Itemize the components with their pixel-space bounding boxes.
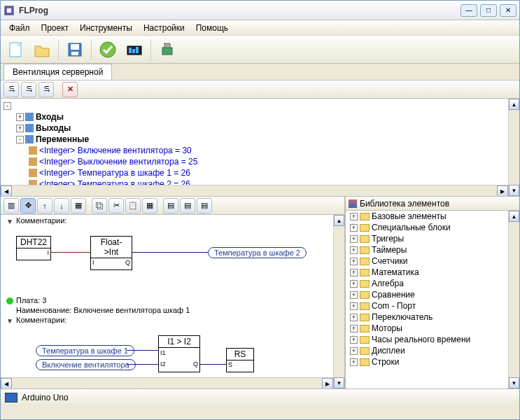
svg-rect-10	[136, 47, 139, 53]
menu-settings[interactable]: Настройки	[138, 22, 190, 34]
collapse-arrow-icon: ▼	[6, 218, 13, 225]
tree-var-temp1[interactable]: <Integer> Температура в шкафе 1 = 26	[1, 167, 519, 178]
board-chip-icon	[5, 393, 17, 402]
lib-group[interactable]: +Com - Порт	[346, 300, 519, 312]
tree-btn-3[interactable]: ⥹	[38, 82, 54, 97]
tree-var-fanoff[interactable]: <Integer> Выключение вентилятора = 25	[1, 156, 519, 167]
folder-icon	[360, 224, 370, 232]
menu-help[interactable]: Помощь	[190, 22, 234, 34]
maximize-button[interactable]: □	[480, 4, 497, 17]
cv-btn-12[interactable]: ▤	[197, 198, 212, 214]
var-fanon[interactable]: Включение вентилятора	[36, 359, 136, 370]
close-button[interactable]: ✕	[500, 4, 517, 17]
comments-label: Комментарии:	[16, 216, 66, 225]
lib-group[interactable]: +Часы реального времени	[346, 334, 519, 345]
open-file-button[interactable]	[30, 38, 54, 62]
menubar: Файл Проект Инструменты Настройки Помощь	[1, 20, 519, 36]
tree-node-inputs[interactable]: +Входы	[1, 111, 519, 122]
canvas-hscroll[interactable]: ◀▶	[1, 377, 333, 388]
lib-group[interactable]: +Базовые элементы	[346, 211, 519, 222]
block-rs[interactable]: RS S	[226, 348, 254, 372]
lib-group[interactable]: +Дисплеи	[346, 345, 519, 356]
folder-icon	[360, 291, 370, 299]
tree-var-fanon[interactable]: <Integer> Включение вентилятора = 30	[1, 145, 519, 156]
node-icon	[25, 113, 34, 121]
library-icon	[349, 200, 357, 208]
window-title: FLProg	[19, 6, 461, 15]
lib-group[interactable]: +Строки	[346, 356, 519, 368]
lib-group[interactable]: +Алгебра	[346, 278, 519, 289]
cv-btn-1[interactable]: ▥	[3, 198, 19, 214]
compile-button[interactable]	[122, 38, 146, 62]
library-tree: +Базовые элементы +Специальные блоки +Тр…	[346, 211, 519, 388]
folder-icon	[360, 314, 370, 321]
block-dht22[interactable]: DHT22 I	[16, 236, 51, 260]
library-vscroll[interactable]: ▲▼	[508, 211, 519, 388]
workspace: ▥ ✥ ↑ ↓ ▦ ⿻ ✂ 📋 ▦ ▤ ▤ ▤ ▼ Комментарии: D…	[1, 197, 519, 388]
folder-icon	[360, 258, 370, 265]
titlebar: FLProg — □ ✕	[1, 1, 519, 20]
svg-rect-12	[164, 43, 170, 48]
var-icon	[29, 169, 37, 177]
lib-group[interactable]: +Специальные блоки	[346, 222, 519, 233]
folder-icon	[360, 235, 370, 243]
library-title: Библиотека элементов	[360, 199, 449, 209]
tree-btn-1[interactable]: ⥹	[3, 82, 19, 97]
lib-group[interactable]: +Математика	[346, 267, 519, 278]
lib-group[interactable]: +Тригеры	[346, 233, 519, 244]
cv-btn-paste[interactable]: 📋	[125, 198, 141, 214]
block-comparator[interactable]: I1 > I2 I1 I2 Q	[158, 335, 200, 372]
svg-rect-5	[71, 52, 78, 55]
svg-rect-11	[162, 48, 172, 55]
cv-btn-11[interactable]: ▤	[180, 198, 195, 214]
svg-rect-9	[132, 49, 135, 53]
board-indicator-icon	[6, 298, 13, 304]
folder-icon	[360, 336, 370, 344]
tree-hscroll[interactable]: ◀▶	[1, 185, 508, 196]
cv-btn-down[interactable]: ↓	[54, 198, 69, 214]
cv-btn-10[interactable]: ▤	[163, 198, 178, 214]
cv-btn-copy[interactable]: ⿻	[92, 198, 107, 214]
tree-close-button[interactable]: ✕	[62, 82, 78, 97]
cv-btn-cut[interactable]: ✂	[108, 198, 124, 214]
tree-node-variables[interactable]: -Переменные	[1, 134, 519, 145]
save-button[interactable]	[63, 38, 87, 62]
var-temp1[interactable]: Температура в шкафе 1	[36, 345, 134, 356]
tree-root-expander[interactable]: -	[1, 100, 519, 111]
tree-node-outputs[interactable]: +Выходы	[1, 122, 519, 134]
folder-icon	[360, 302, 370, 310]
menu-tools[interactable]: Инструменты	[74, 22, 138, 34]
diagram-canvas[interactable]: ▼ Комментарии: DHT22 I Float->Int IQ Тем…	[1, 215, 344, 388]
tree-toolbar: ⥹ ⥹ ⥹ ✕	[1, 80, 519, 99]
upload-button[interactable]	[155, 38, 179, 62]
statusbar: Arduino Uno	[1, 388, 519, 405]
tree-btn-2[interactable]: ⥹	[21, 82, 36, 97]
canvas-toolbar: ▥ ✥ ↑ ↓ ▦ ⿻ ✂ 📋 ▦ ▤ ▤ ▤	[1, 197, 344, 215]
menu-project[interactable]: Проект	[36, 22, 75, 34]
main-toolbar	[1, 36, 519, 64]
wire	[127, 350, 158, 351]
tab-ventilation[interactable]: Вентиляция серверной	[3, 64, 112, 80]
menu-file[interactable]: Файл	[3, 22, 36, 34]
lib-group[interactable]: +Переключатель	[346, 312, 519, 323]
check-button[interactable]	[96, 38, 120, 62]
lib-group[interactable]: +Таймеры	[346, 244, 519, 255]
cv-btn-9[interactable]: ▦	[142, 198, 157, 214]
lib-group[interactable]: +Сравнение	[346, 289, 519, 300]
separator	[58, 39, 59, 60]
lib-group[interactable]: +Моторы	[346, 323, 519, 334]
new-file-button[interactable]	[3, 38, 27, 62]
minimize-button[interactable]: —	[461, 4, 477, 17]
window-controls: — □ ✕	[461, 4, 517, 17]
canvas-vscroll[interactable]: ▲▼	[333, 215, 344, 388]
separator	[150, 39, 151, 60]
var-temp2[interactable]: Температура в шкафе 2	[208, 247, 307, 258]
cv-btn-select[interactable]: ✥	[20, 198, 36, 214]
tree-vscroll[interactable]: ▲▼	[508, 99, 519, 196]
cv-btn-up[interactable]: ↑	[37, 198, 52, 214]
collapse-arrow-icon: ▼	[6, 317, 13, 325]
wire	[132, 252, 209, 253]
lib-group[interactable]: +Счетчики	[346, 255, 519, 267]
block-float-to-int[interactable]: Float->Int IQ	[90, 236, 132, 270]
cv-btn-5[interactable]: ▦	[71, 198, 86, 214]
